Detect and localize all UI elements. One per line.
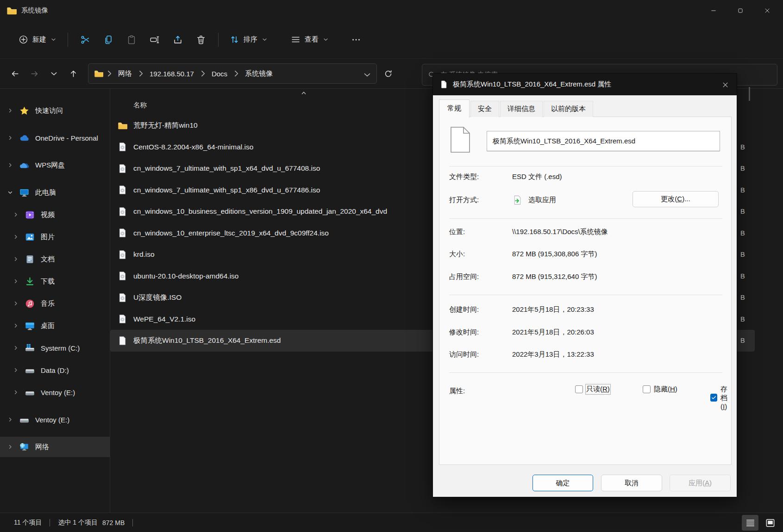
chevron-right-icon[interactable] [7, 135, 13, 141]
breadcrumb-item[interactable]: 192.168.50.17 [147, 68, 197, 80]
sidebar-item[interactable]: 网络 [0, 437, 110, 457]
sidebar-item[interactable]: Data (D:) [0, 360, 110, 380]
checkbox-hidden[interactable]: 隐藏(H) [643, 385, 677, 394]
tab-常规[interactable]: 常规 [439, 99, 470, 118]
close-button[interactable] [756, 0, 783, 21]
sidebar-item[interactable]: 视频 [0, 204, 110, 225]
forward-button[interactable] [26, 65, 43, 82]
tab-以前的版本[interactable]: 以前的版本 [544, 101, 593, 117]
checkbox-box[interactable] [710, 394, 717, 402]
column-header-name[interactable]: 名称 [133, 101, 147, 110]
chevron-right-icon[interactable] [13, 367, 19, 373]
dialog-close-button[interactable] [719, 79, 731, 91]
chevron-right-icon[interactable] [7, 444, 13, 450]
checkbox-readonly[interactable]: 只读(R) [575, 385, 610, 394]
documents-icon [25, 254, 35, 264]
sidebar-item-label: 文档 [41, 255, 55, 264]
new-label: 新建 [32, 35, 46, 44]
breadcrumb-item[interactable]: 网络 [115, 68, 135, 80]
sidebar-item[interactable]: 桌面 [0, 315, 110, 336]
checkbox-label: 存档(I) [720, 385, 728, 410]
sidebar-item[interactable]: 文档 [0, 249, 110, 269]
file-type-icon [450, 126, 470, 153]
sort-button[interactable]: 排序 [224, 31, 273, 49]
filename-input[interactable] [487, 131, 720, 151]
accessed-value: 2022年3月13日，13:22:33 [512, 350, 594, 359]
scrollbar-thumb[interactable] [749, 87, 750, 101]
cut-button[interactable] [74, 31, 97, 49]
sidebar-item[interactable]: WPS网盘 [0, 155, 110, 175]
file-size-fragment: B [736, 158, 749, 179]
checkbox-box[interactable] [575, 385, 583, 393]
chevron-right-icon[interactable] [13, 212, 19, 217]
maximize-button[interactable] [729, 0, 756, 21]
network-icon [19, 442, 29, 452]
checkbox-box[interactable] [643, 385, 651, 393]
large-icons-view-button[interactable] [762, 515, 778, 531]
sidebar-item-label: 快速访问 [35, 106, 63, 115]
chevron-right-icon[interactable] [7, 108, 13, 113]
address-dropdown-icon[interactable] [363, 70, 372, 80]
change-button[interactable]: 更改(C)... [633, 191, 719, 207]
chevron-right-icon[interactable] [13, 323, 19, 328]
chevron-right-icon[interactable] [7, 417, 13, 422]
sidebar: 快速访问OneDrive - PersonalWPS网盘此电脑视频图片文档下载音… [0, 89, 110, 513]
cut-icon [80, 35, 90, 45]
sidebar-item[interactable]: 快速访问 [0, 100, 110, 121]
breadcrumb-item[interactable]: Docs [209, 68, 230, 80]
recent-locations-button[interactable] [45, 65, 62, 82]
attributes-label: 属性: [449, 387, 512, 396]
up-button[interactable] [65, 65, 81, 82]
delete-button[interactable] [189, 31, 213, 49]
sidebar-item[interactable]: Systerm (C:) [0, 338, 110, 358]
checkbox-label: 只读(R) [586, 385, 610, 394]
back-button[interactable] [6, 65, 23, 82]
properties-dialog: 极简系统Win10_LTSB_2016_X64_Extrem.esd 属性 常规… [432, 73, 737, 497]
sidebar-item[interactable]: Ventoy (E:) [0, 382, 110, 402]
chevron-right-icon[interactable] [13, 234, 19, 240]
iso-file-icon [118, 228, 127, 238]
sidebar-item[interactable]: Ventoy (E:) [0, 409, 110, 430]
refresh-button[interactable] [378, 63, 398, 84]
new-button[interactable]: 新建 [13, 31, 62, 49]
chevron-down-icon[interactable] [7, 190, 13, 195]
chevron-right-icon[interactable] [13, 301, 19, 306]
sort-ascending-icon [300, 90, 307, 96]
attr-checkboxes: 只读(R)隐藏(H)存档(I) [512, 385, 722, 397]
chevron-right-icon[interactable] [13, 256, 19, 262]
share-button[interactable] [166, 31, 189, 49]
up-icon [69, 69, 78, 78]
tab-详细信息[interactable]: 详细信息 [500, 101, 543, 117]
sidebar-item[interactable]: 此电脑 [0, 182, 110, 203]
size-on-disk-value: 872 MB (915,312,640 字节) [512, 272, 597, 281]
chevron-right-icon[interactable] [13, 390, 19, 395]
breadcrumb[interactable]: 网络192.168.50.17Docs系统镜像 [88, 63, 377, 84]
apply-button[interactable]: 应用(A) [670, 475, 731, 491]
copy-button[interactable] [97, 31, 120, 49]
history-chevron-icon [50, 69, 58, 78]
minimize-button[interactable] [702, 0, 729, 21]
sidebar-item[interactable]: 音乐 [0, 293, 110, 314]
sidebar-item[interactable]: OneDrive - Personal [0, 128, 110, 148]
onedrive-cloud-icon [19, 133, 29, 143]
dialog-title-bar: 极简系统Win10_LTSB_2016_X64_Extrem.esd 属性 [433, 74, 737, 95]
view-button[interactable]: 查看 [285, 31, 334, 49]
breadcrumb-item[interactable]: 系统镜像 [242, 68, 276, 80]
ok-button[interactable]: 确定 [532, 475, 593, 491]
folder-icon [94, 69, 103, 78]
cancel-button[interactable]: 取消 [601, 475, 662, 491]
details-view-button[interactable] [742, 515, 758, 531]
sidebar-item[interactable]: 图片 [0, 227, 110, 247]
size-row: 大小: 872 MB (915,308,806 字节) [449, 250, 722, 259]
chevron-right-icon[interactable] [13, 278, 19, 284]
checkbox-archive[interactable]: 存档(I) [710, 385, 728, 410]
chevron-right-icon[interactable] [7, 162, 13, 168]
more-options-button[interactable] [345, 31, 368, 49]
chevron-right-icon[interactable] [13, 345, 19, 351]
file-icon [439, 80, 448, 89]
sidebar-item[interactable]: 下载 [0, 271, 110, 291]
rename-button[interactable] [143, 31, 166, 49]
general-tab-page: 文件类型: ESD 文件 (.esd) 打开方式: 选取应用 更改(C)... … [439, 117, 732, 465]
window-title: 系统镜像 [21, 6, 48, 15]
tab-安全[interactable]: 安全 [470, 101, 499, 117]
